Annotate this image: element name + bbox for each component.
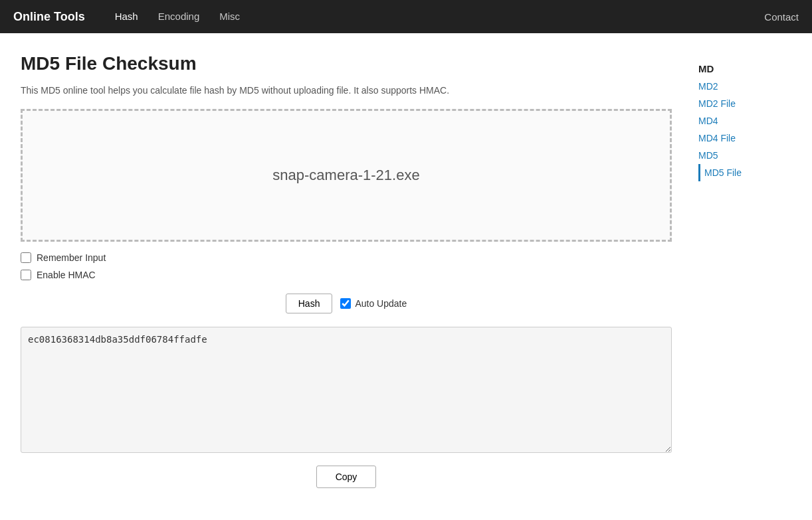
page-container: MD5 File Checksum This MD5 online tool h… <box>7 33 805 508</box>
sidebar-item-md2-file[interactable]: MD2 File <box>698 95 791 112</box>
enable-hmac-checkbox[interactable] <box>21 270 31 280</box>
navbar: Online Tools Hash Encoding Misc Contact <box>0 0 812 33</box>
copy-button-container: Copy <box>21 466 672 488</box>
navbar-links: Hash Encoding Misc <box>105 0 765 33</box>
navbar-brand[interactable]: Online Tools <box>13 10 85 24</box>
sidebar-item-md4-file[interactable]: MD4 File <box>698 130 791 147</box>
main-content: MD5 File Checksum This MD5 online tool h… <box>21 53 672 488</box>
drop-zone[interactable]: snap-camera-1-21.exe <box>21 109 672 242</box>
auto-update-row: Auto Update <box>340 298 407 309</box>
nav-link-encoding[interactable]: Encoding <box>148 0 210 33</box>
contact-link[interactable]: Contact <box>764 11 799 23</box>
remember-input-label[interactable]: Remember Input <box>37 252 106 263</box>
enable-hmac-row: Enable HMAC <box>21 270 672 280</box>
hash-controls: Hash Auto Update <box>21 294 672 313</box>
sidebar-item-md5[interactable]: MD5 <box>698 147 791 164</box>
sidebar: MD MD2 MD2 File MD4 MD4 File MD5 MD5 Fil… <box>698 53 791 488</box>
nav-link-hash[interactable]: Hash <box>105 0 148 33</box>
page-title: MD5 File Checksum <box>21 53 672 74</box>
copy-button[interactable]: Copy <box>316 466 377 488</box>
drop-zone-text: snap-camera-1-21.exe <box>272 167 419 184</box>
nav-link-misc[interactable]: Misc <box>209 0 250 33</box>
sidebar-item-md: MD <box>698 60 791 78</box>
sidebar-item-md2[interactable]: MD2 <box>698 78 791 95</box>
sidebar-item-md5-file[interactable]: MD5 File <box>698 164 791 181</box>
remember-input-checkbox[interactable] <box>21 252 31 263</box>
page-description: This MD5 online tool helps you calculate… <box>21 85 672 96</box>
output-textarea[interactable] <box>21 327 672 453</box>
enable-hmac-label[interactable]: Enable HMAC <box>37 270 96 280</box>
remember-input-row: Remember Input <box>21 252 672 263</box>
auto-update-label[interactable]: Auto Update <box>355 298 407 309</box>
hash-button[interactable]: Hash <box>286 294 333 313</box>
sidebar-item-md4[interactable]: MD4 <box>698 112 791 130</box>
auto-update-checkbox[interactable] <box>340 298 351 309</box>
